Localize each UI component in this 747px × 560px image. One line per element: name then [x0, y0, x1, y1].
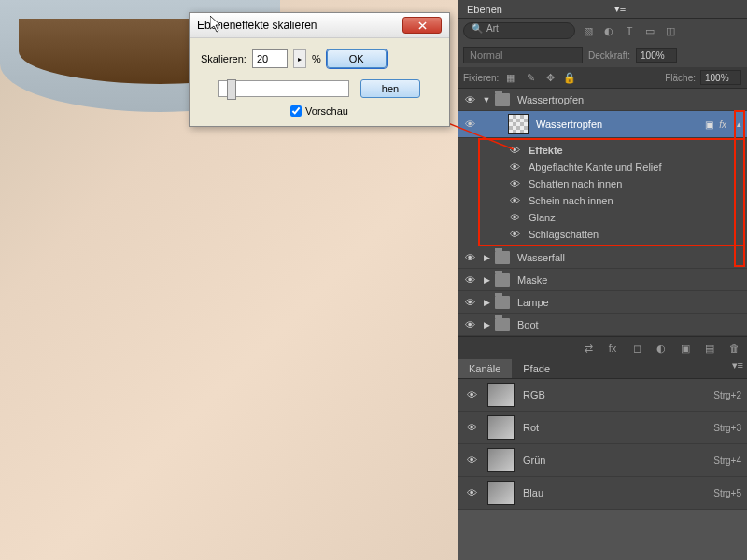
layer-filter-row: 🔍Art ▧ ◐ T ▭ ◫: [458, 19, 747, 43]
visibility-toggle[interactable]: 👁: [461, 119, 478, 130]
scale-spinner[interactable]: ▸: [293, 49, 306, 68]
close-icon: [418, 21, 427, 30]
cancel-button[interactable]: hen: [360, 79, 420, 98]
panel-menu-icon[interactable]: ▾≡: [611, 3, 629, 15]
layers-list: 👁 ▼ Wassertropfen 👁 Wassertropfen ▣ fx ▴…: [458, 89, 747, 359]
fx-indicator[interactable]: fx: [719, 119, 726, 130]
opacity-label: Deckkraft:: [588, 50, 630, 61]
delete-layer-icon[interactable]: 🗑: [726, 341, 741, 356]
twisty-icon[interactable]: ▼: [482, 95, 491, 105]
effect-drop-shadow[interactable]: 👁Schlagschatten: [480, 226, 743, 243]
dialog-close-button[interactable]: [402, 17, 442, 34]
filter-type-icon[interactable]: T: [622, 23, 637, 38]
layer-group-lampe[interactable]: 👁▶ Lampe: [458, 291, 747, 314]
channel-blue[interactable]: 👁 Blau Strg+5: [458, 477, 747, 510]
layer-thumbnail[interactable]: [508, 114, 529, 134]
layers-panel-title: Ebenen: [467, 4, 502, 15]
new-layer-icon[interactable]: ▤: [702, 341, 717, 356]
scale-label: Skalieren:: [201, 53, 247, 64]
effects-header[interactable]: 👁 Effekte: [480, 142, 743, 159]
layer-group-wassertropfen[interactable]: 👁 ▼ Wassertropfen: [458, 89, 747, 111]
visibility-toggle[interactable]: 👁: [506, 145, 523, 156]
filter-pixel-icon[interactable]: ▧: [581, 23, 596, 38]
tab-paths[interactable]: Pfade: [512, 359, 561, 378]
link-icon[interactable]: ▣: [705, 119, 713, 130]
layer-wassertropfen[interactable]: 👁 Wassertropfen ▣ fx ▴: [458, 111, 747, 138]
layer-group-boot[interactable]: 👁▶ Boot: [458, 314, 747, 336]
lock-position-icon[interactable]: ✥: [543, 70, 557, 85]
scale-effects-dialog: Ebeneneffekte skalieren Skalieren: ▸ % O…: [189, 12, 450, 127]
channels-menu-icon[interactable]: ▾≡: [728, 359, 747, 378]
fill-value[interactable]: 100%: [700, 70, 741, 85]
blend-mode-select[interactable]: Normal: [463, 47, 583, 63]
tab-channels[interactable]: Kanäle: [458, 359, 512, 378]
preview-checkbox[interactable]: [290, 105, 302, 117]
lock-transparent-icon[interactable]: ▦: [503, 70, 518, 85]
link-layers-icon[interactable]: ⇄: [581, 341, 596, 356]
opacity-value[interactable]: 100%: [636, 48, 677, 63]
ok-button[interactable]: OK: [327, 49, 387, 68]
scale-input[interactable]: [252, 49, 288, 68]
channel-rgb[interactable]: 👁 RGB Strg+2: [458, 379, 747, 412]
scale-unit: %: [312, 53, 321, 64]
lock-all-icon[interactable]: 🔒: [562, 70, 577, 85]
lock-label: Fixieren:: [463, 73, 499, 83]
layers-footer: ⇄ fx ◻ ◐ ▣ ▤ 🗑: [458, 336, 747, 359]
channel-green[interactable]: 👁 Grün Strg+4: [458, 444, 747, 477]
preview-label: Vorschau: [305, 105, 348, 117]
effect-inner-shadow[interactable]: 👁Schatten nach innen: [480, 175, 743, 192]
fx-icon[interactable]: fx: [605, 341, 620, 356]
folder-icon: [495, 93, 510, 106]
layer-group-maske[interactable]: 👁▶ Maske: [458, 269, 747, 291]
effects-highlight: 👁 Effekte 👁Abgeflachte Kante und Relief …: [478, 138, 745, 246]
fill-label: Fläche:: [665, 73, 696, 83]
layer-group-wasserfall[interactable]: 👁▶ Wasserfall: [458, 246, 747, 269]
layer-filter-select[interactable]: 🔍Art: [463, 22, 575, 39]
channel-red[interactable]: 👁 Rot Strg+3: [458, 412, 747, 444]
mask-icon[interactable]: ◻: [629, 341, 644, 356]
visibility-toggle[interactable]: 👁: [461, 94, 478, 105]
effect-satin[interactable]: 👁Glanz: [480, 209, 743, 226]
filter-shape-icon[interactable]: ▭: [642, 23, 657, 38]
effect-bevel[interactable]: 👁Abgeflachte Kante und Relief: [480, 159, 743, 175]
filter-smart-icon[interactable]: ◫: [663, 23, 678, 38]
dialog-title: Ebeneneffekte skalieren: [197, 19, 402, 32]
adjustment-icon[interactable]: ◐: [654, 341, 669, 356]
filter-adjust-icon[interactable]: ◐: [601, 23, 616, 38]
scale-slider[interactable]: [218, 80, 349, 97]
effect-inner-glow[interactable]: 👁Schein nach innen: [480, 192, 743, 209]
new-group-icon[interactable]: ▣: [678, 341, 693, 356]
lock-pixels-icon[interactable]: ✎: [523, 70, 538, 85]
